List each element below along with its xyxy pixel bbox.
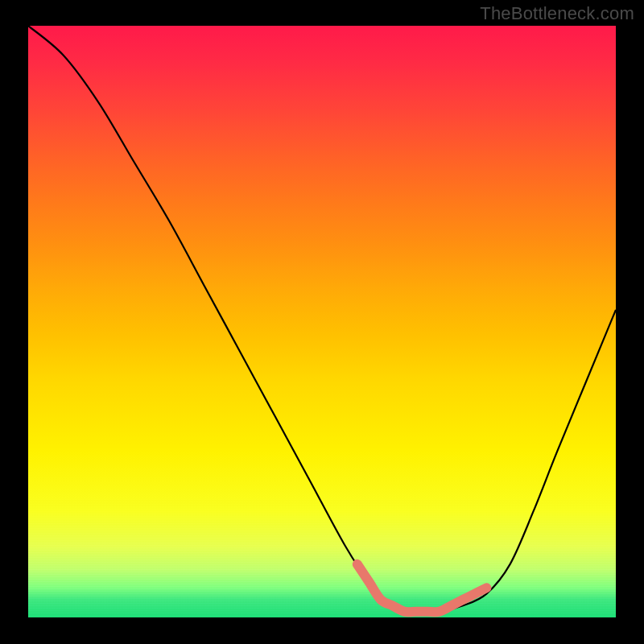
plot-area xyxy=(28,26,616,617)
watermark-text: TheBottleneck.com xyxy=(480,3,634,24)
curve-svg xyxy=(28,26,616,617)
main-curve xyxy=(28,26,616,613)
